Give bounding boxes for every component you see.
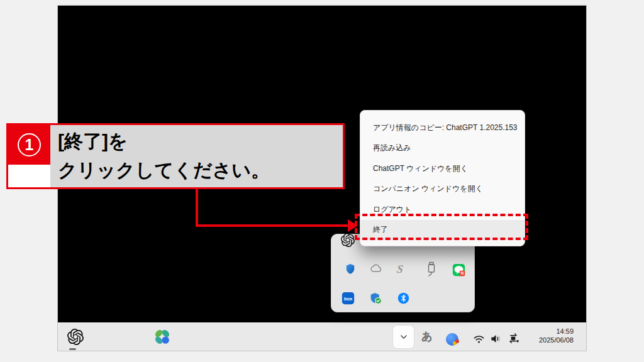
highlight-dashed-rectangle <box>355 214 528 240</box>
tutorial-page: あ <box>0 0 644 362</box>
flyout-chatgpt-icon[interactable] <box>341 233 355 247</box>
box-drive-icon[interactable]: box <box>341 292 355 305</box>
clock-date: 2025/06/08 <box>539 336 574 344</box>
chevron-down-icon <box>399 332 409 342</box>
onedrive-cloud-icon[interactable] <box>370 263 382 273</box>
step-number: 1 <box>18 133 41 156</box>
connector-line-horizontal <box>196 224 350 227</box>
instruction-line-2: クリックしてください。 <box>58 156 343 185</box>
instruction-line-1: [終了]を <box>58 127 343 156</box>
tray-blue-sphere-icon[interactable] <box>446 333 458 346</box>
clock-time: 14:59 <box>539 327 574 336</box>
ime-indicator[interactable]: あ <box>419 329 435 344</box>
sphere-red-dot <box>455 339 459 343</box>
wifi-icon[interactable] <box>473 334 485 344</box>
line-badge: N <box>461 271 464 275</box>
step-callout: 1 [終了]を クリックしてください。 <box>6 123 345 189</box>
taskbar-leaf-app-icon[interactable] <box>154 329 170 345</box>
line-messenger-icon[interactable]: N <box>452 263 465 277</box>
taskbar-clock[interactable]: 14:59 2025/06/08 <box>539 327 574 344</box>
taskbar-chatgpt-icon[interactable] <box>67 329 84 345</box>
menu-item-open-companion-window[interactable]: コンパニオン ウィンドウを開く <box>360 179 525 200</box>
instruction-text: [終了]を クリックしてください。 <box>50 125 343 187</box>
connector-line-vertical <box>196 188 198 226</box>
photo-sync-icon[interactable] <box>507 333 519 345</box>
tray-overflow-button[interactable] <box>393 326 414 348</box>
menu-item-open-chatgpt-window[interactable]: ChatGPT ウィンドウを開く <box>360 158 525 179</box>
chatgpt-running-indicator <box>69 348 76 350</box>
s-app-icon[interactable]: S <box>396 263 404 275</box>
antivirus-shield-check-icon[interactable] <box>369 292 382 305</box>
taskbar: あ <box>58 322 586 351</box>
usb-device-icon[interactable] <box>426 261 437 277</box>
box-label: box <box>344 296 353 302</box>
windows-security-shield-icon[interactable] <box>344 263 357 275</box>
step-badge: 1 <box>8 125 50 165</box>
callout-badge-column: 1 <box>8 125 50 187</box>
bluetooth-icon[interactable] <box>397 292 409 304</box>
speaker-icon[interactable] <box>490 333 502 344</box>
badge-spacer <box>8 165 50 187</box>
menu-item-copy-app-info[interactable]: アプリ情報のコピー: ChatGPT 1.2025.153 <box>360 118 525 138</box>
menu-item-reload[interactable]: 再読み込み <box>360 138 525 159</box>
